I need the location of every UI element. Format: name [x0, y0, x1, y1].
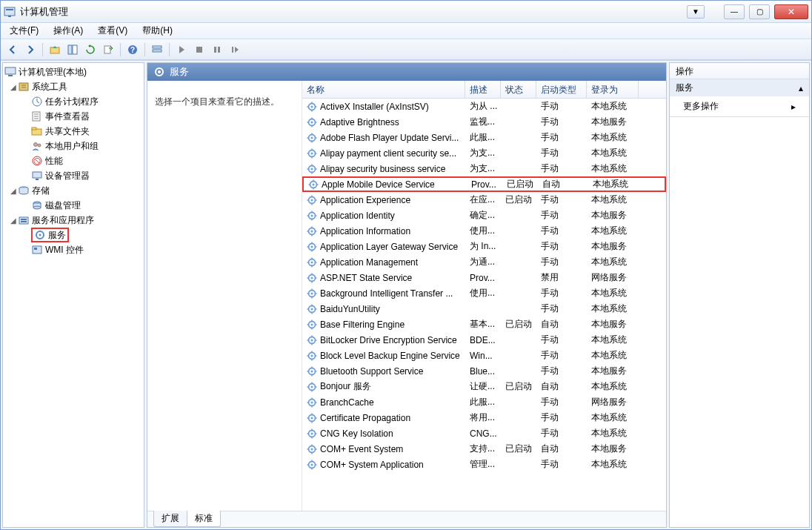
strip-button[interactable]	[150, 42, 164, 57]
tree-item[interactable]: 任务计划程序	[3, 94, 144, 109]
svg-rect-21	[32, 127, 36, 130]
tree-item[interactable]: 事件查看器	[3, 109, 144, 124]
cell-desc: 此服...	[465, 131, 501, 144]
menu-action[interactable]: 操作(A)	[49, 23, 87, 39]
pause-button[interactable]	[210, 42, 224, 57]
maximize-button[interactable]: ▢	[749, 4, 770, 19]
cell-logon: 本地系统	[587, 287, 639, 299]
table-row[interactable]: ASP.NET State ServiceProv...禁用网络服务	[302, 270, 666, 285]
menu-file[interactable]: 文件(F)	[5, 23, 43, 39]
list-body[interactable]: ActiveX Installer (AxInstSV)为从 ...手动本地系统…	[302, 99, 666, 511]
cell-logon: 本地系统	[587, 162, 639, 175]
minimize-button[interactable]: —	[724, 4, 745, 19]
actions-section-title[interactable]: 服务 ▴	[670, 79, 809, 96]
refresh-button[interactable]	[83, 42, 98, 57]
table-row[interactable]: Application Experience在应...已启动手动本地系统	[302, 192, 666, 208]
tree-item[interactable]: 共享文件夹	[3, 124, 144, 139]
tree-item[interactable]: WMI 控件	[3, 242, 144, 257]
cell-name: COM+ Event System	[302, 444, 465, 454]
table-row[interactable]: Block Level Backup Engine ServiceWin...手…	[302, 348, 666, 363]
table-row[interactable]: Adaptive Brightness监视...手动本地服务	[302, 114, 666, 130]
table-row[interactable]: Bluetooth Support ServiceBlue...手动本地服务	[302, 363, 666, 379]
svg-rect-5	[73, 45, 77, 54]
close-button[interactable]: ✕	[774, 4, 808, 19]
table-row[interactable]: Application Layer Gateway Service为 In...…	[302, 239, 666, 254]
table-row[interactable]: BranchCache此服...手动网络服务	[302, 394, 666, 410]
show-hide-tree-button[interactable]	[65, 42, 80, 57]
service-icon	[307, 164, 317, 174]
up-folder-button[interactable]	[47, 42, 62, 57]
titlebar[interactable]: 计算机管理 ▼ — ▢ ✕	[1, 1, 811, 23]
cell-logon: 本地系统	[587, 147, 639, 159]
tree-group[interactable]: ◢存储	[3, 183, 144, 198]
play-button[interactable]	[174, 42, 189, 57]
computer-icon	[4, 66, 16, 78]
tree-item[interactable]: 本地用户和组	[3, 139, 144, 153]
table-row[interactable]: Alipay payment client security se...为支..…	[302, 145, 666, 161]
cell-desc: 管理...	[465, 458, 501, 471]
tree-toggle-icon[interactable]: ◢	[9, 216, 18, 225]
tree-toggle-icon[interactable]: ◢	[9, 83, 18, 91]
tree-item[interactable]: 磁盘管理	[3, 198, 144, 213]
table-row[interactable]: CNG Key IsolationCNG...手动本地系统	[302, 425, 666, 441]
tab-standard[interactable]: 标准	[187, 511, 221, 527]
table-row[interactable]: Application Management为通...手动本地系统	[302, 254, 666, 270]
svg-point-66	[311, 168, 313, 170]
table-row[interactable]: Apple Mobile Device ServiceProv...已启动自动本…	[302, 176, 666, 192]
back-button[interactable]	[5, 42, 20, 57]
tree-item[interactable]: 服务	[3, 228, 144, 242]
tree-item[interactable]: 🚫性能	[3, 153, 144, 168]
tree-toggle-icon[interactable]: ◢	[9, 187, 18, 195]
restart-button[interactable]	[227, 42, 242, 57]
tree-group[interactable]: ◢服务和应用程序	[3, 213, 144, 228]
forward-button[interactable]	[23, 42, 38, 57]
export-button[interactable]	[101, 42, 116, 57]
col-name[interactable]: 名称	[302, 81, 465, 98]
item-icon	[31, 140, 43, 152]
col-startup[interactable]: 启动类型	[536, 81, 587, 98]
table-row[interactable]: Background Intelligent Transfer ...使用...…	[302, 285, 666, 301]
col-status[interactable]: 状态	[501, 81, 536, 98]
cell-startup: 手动	[536, 427, 587, 440]
cell-logon: 本地系统	[587, 349, 639, 362]
col-desc[interactable]: 描述	[465, 81, 501, 98]
table-row[interactable]: ActiveX Installer (AxInstSV)为从 ...手动本地系统	[302, 99, 666, 114]
table-row[interactable]: Certificate Propagation将用...手动本地系统	[302, 410, 666, 425]
cell-startup: 手动	[536, 256, 587, 268]
tree-group[interactable]: ◢系统工具	[3, 79, 144, 94]
svg-point-60	[311, 152, 313, 154]
cell-name: Base Filtering Engine	[302, 319, 465, 330]
svg-rect-1	[6, 9, 13, 10]
table-row[interactable]: BaiduYunUtility手动本地系统	[302, 301, 666, 317]
table-row[interactable]: Application Identity确定...手动本地服务	[302, 208, 666, 223]
item-icon	[31, 96, 43, 107]
help-button[interactable]: ?	[125, 42, 140, 57]
table-row[interactable]: Bonjour 服务让硬...已启动自动本地系统	[302, 379, 666, 394]
cell-name: Application Information	[302, 226, 465, 236]
svg-text:?: ?	[130, 46, 135, 54]
cell-logon: 本地服务	[587, 365, 639, 377]
tab-extended[interactable]: 扩展	[153, 511, 187, 527]
svg-rect-38	[34, 248, 37, 250]
dropdown-arrow-button[interactable]: ▼	[687, 5, 705, 19]
table-row[interactable]: Application Information使用...手动本地系统	[302, 223, 666, 239]
actions-more[interactable]: 更多操作 ▸	[670, 96, 809, 116]
svg-point-126	[311, 323, 313, 325]
tree-root[interactable]: 计算机管理(本地)	[3, 64, 144, 79]
table-row[interactable]: Adobe Flash Player Update Servi...此服...手…	[302, 130, 666, 145]
menu-view[interactable]: 查看(V)	[93, 23, 132, 39]
cell-name: Bluetooth Support Service	[302, 366, 465, 377]
table-row[interactable]: BitLocker Drive Encryption ServiceBDE...…	[302, 332, 666, 348]
table-row[interactable]: Base Filtering Engine基本...已启动自动本地服务	[302, 317, 666, 332]
table-row[interactable]: Alipay security business service为支...手动本…	[302, 161, 666, 176]
table-row[interactable]: COM+ Event System支持...已启动自动本地服务	[302, 441, 666, 457]
cell-startup: 手动	[536, 396, 587, 408]
cell-desc: 为通...	[465, 256, 501, 268]
col-logon[interactable]: 登录为	[587, 81, 639, 98]
table-row[interactable]: COM+ System Application管理...手动本地系统	[302, 457, 666, 472]
cell-desc: BDE...	[465, 335, 501, 345]
tree-pane[interactable]: 计算机管理(本地) ◢系统工具任务计划程序事件查看器共享文件夹本地用户和组🚫性能…	[2, 62, 144, 528]
tree-item[interactable]: 设备管理器	[3, 168, 144, 183]
menu-help[interactable]: 帮助(H)	[138, 23, 177, 39]
stop-button[interactable]	[192, 42, 207, 57]
